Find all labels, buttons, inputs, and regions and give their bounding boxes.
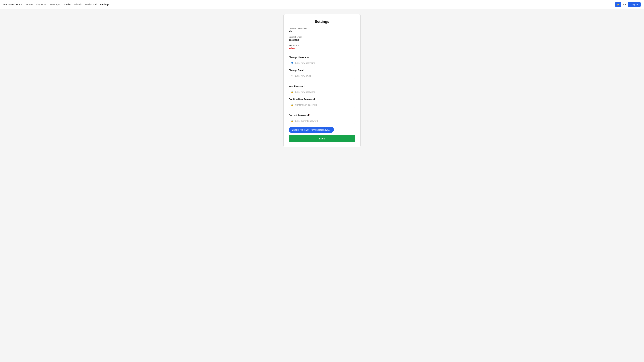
change-email-label: Change Email [289,69,355,71]
twofa-status-label: 2FA Status: [289,44,355,47]
required-indicator: * [309,114,310,117]
logout-button[interactable]: Logout [628,2,641,7]
new-password-input-wrapper: 🔒 [289,89,355,95]
current-password-label: Current Password* [289,114,355,117]
current-username-value: abc [289,30,355,33]
save-button[interactable]: Save [289,135,355,142]
nav-profile[interactable]: Profile [64,3,70,6]
nav-dashboard[interactable]: Dashboard [85,3,97,6]
change-email-input[interactable] [295,73,354,79]
confirm-current-divider [289,111,355,111]
nav-friends[interactable]: Friends [74,3,82,6]
nav-play-now[interactable]: Play Now! [36,3,46,6]
change-username-label: Change Username [289,56,355,59]
current-password-input-wrapper: 🔒 [289,118,355,124]
navbar-username: abc [623,3,626,6]
change-email-section: Change Email ✉ [289,69,355,79]
star-icon: ★ [617,3,620,6]
change-email-input-wrapper: ✉ [289,73,355,79]
navbar: transcendence Home Play Now! Messages Pr… [0,0,644,9]
twofa-status-section: 2FA Status: False [289,44,355,50]
confirm-password-input-wrapper: 🔒 [289,102,355,108]
change-username-input-wrapper: 👤 [289,60,355,66]
email-password-divider [289,82,355,82]
current-email-value: abc@abc [289,38,355,41]
brand-logo[interactable]: transcendence [3,3,22,6]
enable-2fa-wrapper: Enable Two-Factor Authentication (2FA) [289,127,355,135]
enable-2fa-button[interactable]: Enable Two-Factor Authentication (2FA) [289,127,334,133]
nav-messages[interactable]: Messages [50,3,60,6]
nav-home[interactable]: Home [26,3,32,6]
change-username-input[interactable] [295,60,354,66]
nav-settings[interactable]: Settings [100,3,109,6]
current-password-section: Current Password* 🔒 [289,114,355,124]
username-icon: 👤 [290,61,294,65]
new-password-label: New Password [289,85,355,88]
top-divider [289,53,355,53]
current-password-input[interactable] [295,118,354,124]
user-avatar-button[interactable]: ★ [615,2,621,7]
confirm-password-icon: 🔒 [290,103,294,107]
current-email-section: Current Email: abc@abc [289,36,355,41]
settings-title: Settings [289,19,355,24]
nav-links: Home Play Now! Messages Profile Friends … [26,3,615,6]
current-password-icon: 🔒 [290,119,294,123]
new-password-icon: 🔒 [290,90,294,94]
change-username-section: Change Username 👤 [289,56,355,66]
new-password-section: New Password 🔒 [289,85,355,95]
confirm-password-section: Confirm New Password 🔒 [289,98,355,108]
current-email-label: Current Email: [289,36,355,38]
twofa-status-value: False [289,47,355,50]
confirm-password-label: Confirm New Password [289,98,355,100]
current-username-label: Current Username: [289,27,355,30]
current-username-section: Current Username: abc [289,27,355,33]
confirm-password-input[interactable] [295,102,354,108]
new-password-input[interactable] [295,89,354,95]
settings-card: Settings Current Username: abc Current E… [284,14,360,147]
main-content: Settings Current Username: abc Current E… [0,9,644,362]
navbar-right: ★ abc Logout [615,2,641,7]
email-icon: ✉ [290,74,294,78]
